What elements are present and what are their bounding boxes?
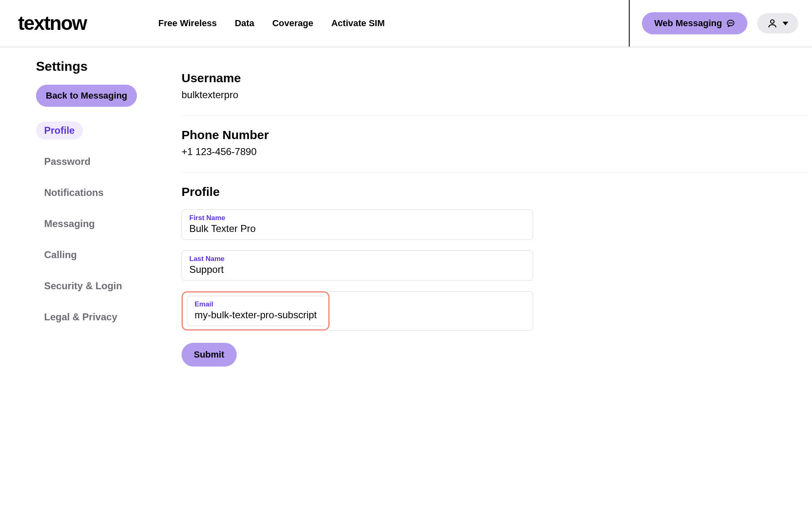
svg-point-1 [729,22,729,23]
sidebar-item-messaging[interactable]: Messaging [36,215,103,233]
chat-icon [726,19,735,28]
username-heading: Username [182,71,808,85]
section-phone: Phone Number +1 123-456-7890 [182,116,808,173]
nav-coverage[interactable]: Coverage [272,18,313,29]
sidebar-item-calling[interactable]: Calling [36,246,85,264]
last-name-input[interactable] [189,264,525,275]
email-row: Email [182,291,533,331]
last-name-label: Last Name [189,255,525,263]
top-nav: Free Wireless Data Coverage Activate SIM [158,18,385,29]
settings-nav: Profile Password Notifications Messaging… [36,122,142,326]
settings-content: Username bulktexterpro Phone Number +1 1… [142,59,812,381]
email-label: Email [195,300,317,308]
sidebar-item-password[interactable]: Password [36,153,99,171]
first-name-label: First Name [189,214,525,222]
nav-activate-sim[interactable]: Activate SIM [331,18,385,29]
sidebar-item-profile[interactable]: Profile [36,122,83,140]
last-name-field-wrap: Last Name [182,250,533,281]
web-messaging-label: Web Messaging [654,18,722,29]
email-input[interactable] [195,309,317,321]
section-profile: Profile First Name Last Name Email [182,173,808,381]
username-value: bulktexterpro [182,89,808,101]
user-menu[interactable] [757,13,798,34]
phone-heading: Phone Number [182,128,808,142]
main: Settings Back to Messaging Profile Passw… [0,47,812,406]
settings-sidebar: Settings Back to Messaging Profile Passw… [36,59,142,381]
chevron-down-icon [783,22,788,25]
logo[interactable]: textnow [18,14,86,33]
sidebar-title: Settings [36,59,142,74]
phone-value: +1 123-456-7890 [182,146,808,158]
first-name-field-wrap: First Name [182,209,533,240]
user-icon [767,18,778,29]
submit-button[interactable]: Submit [182,343,237,367]
section-username: Username bulktexterpro [182,59,808,116]
header-right: Web Messaging [629,0,812,47]
back-to-messaging-button[interactable]: Back to Messaging [36,85,137,107]
email-field-wrap: Email [187,296,324,326]
nav-data[interactable]: Data [235,18,254,29]
web-messaging-button[interactable]: Web Messaging [642,12,747,34]
svg-point-2 [730,22,731,23]
sidebar-item-notifications[interactable]: Notifications [36,184,112,202]
svg-point-3 [732,22,732,23]
sidebar-item-security[interactable]: Security & Login [36,277,130,295]
header-left: textnow Free Wireless Data Coverage Acti… [0,14,385,33]
svg-point-4 [771,20,774,23]
first-name-input[interactable] [189,223,525,234]
email-highlight: Email [182,291,330,331]
sidebar-item-legal[interactable]: Legal & Privacy [36,308,126,326]
nav-free-wireless[interactable]: Free Wireless [158,18,217,29]
profile-heading: Profile [182,185,808,199]
email-field-right [330,291,533,331]
app-header: textnow Free Wireless Data Coverage Acti… [0,0,812,47]
